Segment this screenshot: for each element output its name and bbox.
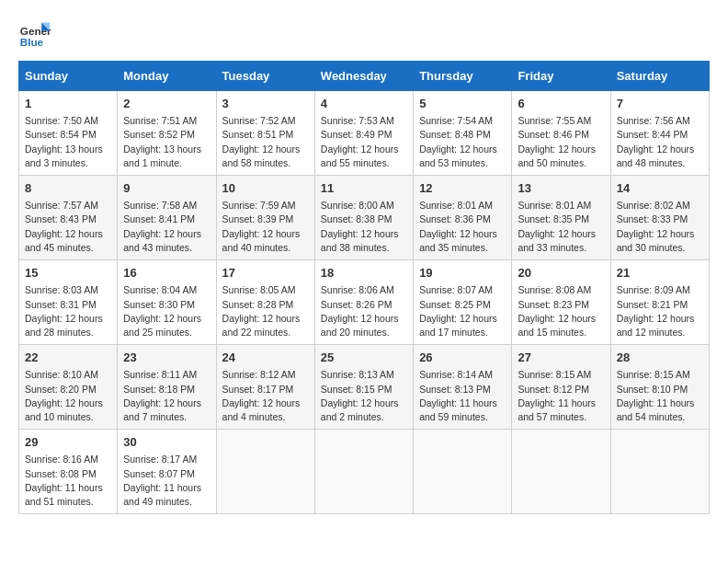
day-number: 21 [617, 265, 703, 282]
calendar-header-friday: Friday [512, 62, 610, 91]
day-info: Sunrise: 8:05 AM Sunset: 8:28 PM Dayligh… [222, 283, 309, 339]
day-info: Sunrise: 7:54 AM Sunset: 8:48 PM Dayligh… [419, 114, 506, 170]
day-info: Sunrise: 7:51 AM Sunset: 8:52 PM Dayligh… [123, 114, 210, 170]
day-number: 30 [123, 434, 210, 451]
day-info: Sunrise: 7:58 AM Sunset: 8:41 PM Dayligh… [123, 199, 210, 255]
calendar-header-row: SundayMondayTuesdayWednesdayThursdayFrid… [19, 62, 710, 91]
calendar-cell: 29 Sunrise: 8:16 AM Sunset: 8:08 PM Dayl… [19, 430, 118, 514]
day-number: 28 [617, 350, 703, 366]
day-info: Sunrise: 7:56 AM Sunset: 8:44 PM Dayligh… [617, 114, 703, 170]
calendar-cell: 11 Sunrise: 8:00 AM Sunset: 8:38 PM Dayl… [314, 176, 413, 260]
calendar-week-5: 29 Sunrise: 8:16 AM Sunset: 8:08 PM Dayl… [19, 430, 710, 514]
calendar-cell: 2 Sunrise: 7:51 AM Sunset: 8:52 PM Dayli… [118, 91, 216, 176]
day-info: Sunrise: 8:17 AM Sunset: 8:07 PM Dayligh… [123, 453, 210, 509]
calendar-cell: 7 Sunrise: 7:56 AM Sunset: 8:44 PM Dayli… [610, 91, 709, 176]
day-info: Sunrise: 7:59 AM Sunset: 8:39 PM Dayligh… [222, 199, 309, 255]
calendar-cell: 12 Sunrise: 8:01 AM Sunset: 8:36 PM Dayl… [414, 176, 512, 260]
day-info: Sunrise: 8:02 AM Sunset: 8:33 PM Dayligh… [617, 199, 703, 255]
day-info: Sunrise: 8:06 AM Sunset: 8:26 PM Dayligh… [321, 283, 407, 339]
day-number: 19 [419, 265, 506, 282]
calendar-cell [414, 430, 512, 514]
day-number: 16 [123, 265, 210, 282]
calendar-cell: 6 Sunrise: 7:55 AM Sunset: 8:46 PM Dayli… [512, 91, 610, 176]
day-number: 24 [222, 350, 309, 366]
day-info: Sunrise: 8:08 AM Sunset: 8:23 PM Dayligh… [518, 283, 604, 339]
day-number: 23 [123, 350, 210, 366]
calendar-cell: 16 Sunrise: 8:04 AM Sunset: 8:30 PM Dayl… [118, 260, 216, 345]
calendar-cell: 25 Sunrise: 8:13 AM Sunset: 8:15 PM Dayl… [314, 345, 413, 430]
day-info: Sunrise: 8:01 AM Sunset: 8:35 PM Dayligh… [518, 199, 604, 255]
day-info: Sunrise: 7:53 AM Sunset: 8:49 PM Dayligh… [321, 114, 407, 170]
day-number: 3 [222, 96, 309, 112]
day-info: Sunrise: 7:50 AM Sunset: 8:54 PM Dayligh… [25, 114, 111, 170]
day-number: 25 [321, 350, 407, 366]
calendar-cell: 4 Sunrise: 7:53 AM Sunset: 8:49 PM Dayli… [314, 91, 413, 176]
day-info: Sunrise: 8:00 AM Sunset: 8:38 PM Dayligh… [321, 199, 407, 255]
day-info: Sunrise: 8:04 AM Sunset: 8:30 PM Dayligh… [123, 283, 210, 339]
day-number: 2 [123, 96, 210, 112]
calendar-table: SundayMondayTuesdayWednesdayThursdayFrid… [18, 61, 710, 514]
day-info: Sunrise: 8:16 AM Sunset: 8:08 PM Dayligh… [25, 453, 111, 509]
calendar-week-1: 1 Sunrise: 7:50 AM Sunset: 8:54 PM Dayli… [19, 91, 710, 176]
day-number: 17 [222, 265, 309, 282]
calendar-cell: 23 Sunrise: 8:11 AM Sunset: 8:18 PM Dayl… [118, 345, 216, 430]
day-number: 7 [617, 96, 703, 112]
calendar-week-4: 22 Sunrise: 8:10 AM Sunset: 8:20 PM Dayl… [19, 345, 710, 430]
day-number: 12 [419, 180, 506, 197]
calendar-cell: 5 Sunrise: 7:54 AM Sunset: 8:48 PM Dayli… [414, 91, 512, 176]
day-info: Sunrise: 7:52 AM Sunset: 8:51 PM Dayligh… [222, 114, 309, 170]
calendar-cell: 15 Sunrise: 8:03 AM Sunset: 8:31 PM Dayl… [19, 260, 118, 345]
day-number: 15 [25, 265, 111, 282]
logo-icon: General Blue [18, 18, 51, 52]
day-number: 11 [321, 180, 407, 197]
calendar-cell [610, 430, 709, 514]
day-number: 9 [123, 180, 210, 197]
day-number: 27 [518, 350, 604, 366]
day-info: Sunrise: 8:11 AM Sunset: 8:18 PM Dayligh… [123, 368, 210, 424]
calendar-cell: 14 Sunrise: 8:02 AM Sunset: 8:33 PM Dayl… [610, 176, 709, 260]
day-info: Sunrise: 8:01 AM Sunset: 8:36 PM Dayligh… [419, 199, 506, 255]
day-info: Sunrise: 8:03 AM Sunset: 8:31 PM Dayligh… [25, 283, 111, 339]
day-info: Sunrise: 8:10 AM Sunset: 8:20 PM Dayligh… [25, 368, 111, 424]
calendar-cell: 27 Sunrise: 8:15 AM Sunset: 8:12 PM Dayl… [512, 345, 610, 430]
day-number: 5 [419, 96, 506, 112]
day-number: 14 [617, 180, 703, 197]
day-info: Sunrise: 8:09 AM Sunset: 8:21 PM Dayligh… [617, 283, 703, 339]
day-number: 13 [518, 180, 604, 197]
day-info: Sunrise: 8:12 AM Sunset: 8:17 PM Dayligh… [222, 368, 309, 424]
day-number: 26 [419, 350, 506, 366]
day-number: 4 [321, 96, 407, 112]
calendar-header-sunday: Sunday [19, 62, 118, 91]
day-info: Sunrise: 8:15 AM Sunset: 8:12 PM Dayligh… [518, 368, 604, 424]
calendar-cell: 30 Sunrise: 8:17 AM Sunset: 8:07 PM Dayl… [118, 430, 216, 514]
day-number: 20 [518, 265, 604, 282]
calendar-header-monday: Monday [118, 62, 216, 91]
calendar-cell: 1 Sunrise: 7:50 AM Sunset: 8:54 PM Dayli… [19, 91, 118, 176]
calendar-cell: 24 Sunrise: 8:12 AM Sunset: 8:17 PM Dayl… [216, 345, 314, 430]
calendar-cell: 20 Sunrise: 8:08 AM Sunset: 8:23 PM Dayl… [512, 260, 610, 345]
calendar-cell: 9 Sunrise: 7:58 AM Sunset: 8:41 PM Dayli… [118, 176, 216, 260]
calendar-cell: 19 Sunrise: 8:07 AM Sunset: 8:25 PM Dayl… [414, 260, 512, 345]
page-header: General Blue [18, 18, 710, 52]
calendar-cell [314, 430, 413, 514]
day-info: Sunrise: 8:13 AM Sunset: 8:15 PM Dayligh… [321, 368, 407, 424]
day-info: Sunrise: 8:15 AM Sunset: 8:10 PM Dayligh… [617, 368, 703, 424]
calendar-cell: 26 Sunrise: 8:14 AM Sunset: 8:13 PM Dayl… [414, 345, 512, 430]
day-info: Sunrise: 7:55 AM Sunset: 8:46 PM Dayligh… [518, 114, 604, 170]
day-info: Sunrise: 8:14 AM Sunset: 8:13 PM Dayligh… [419, 368, 506, 424]
calendar-header-thursday: Thursday [414, 62, 512, 91]
calendar-cell: 3 Sunrise: 7:52 AM Sunset: 8:51 PM Dayli… [216, 91, 314, 176]
calendar-week-3: 15 Sunrise: 8:03 AM Sunset: 8:31 PM Dayl… [19, 260, 710, 345]
calendar-cell [512, 430, 610, 514]
svg-text:Blue: Blue [20, 36, 44, 48]
day-info: Sunrise: 7:57 AM Sunset: 8:43 PM Dayligh… [25, 199, 111, 255]
day-number: 10 [222, 180, 309, 197]
calendar-cell: 28 Sunrise: 8:15 AM Sunset: 8:10 PM Dayl… [610, 345, 709, 430]
logo: General Blue [18, 18, 51, 52]
calendar-cell: 17 Sunrise: 8:05 AM Sunset: 8:28 PM Dayl… [216, 260, 314, 345]
day-number: 6 [518, 96, 604, 112]
calendar-cell: 22 Sunrise: 8:10 AM Sunset: 8:20 PM Dayl… [19, 345, 118, 430]
day-number: 18 [321, 265, 407, 282]
calendar-cell: 18 Sunrise: 8:06 AM Sunset: 8:26 PM Dayl… [314, 260, 413, 345]
calendar-week-2: 8 Sunrise: 7:57 AM Sunset: 8:43 PM Dayli… [19, 176, 710, 260]
